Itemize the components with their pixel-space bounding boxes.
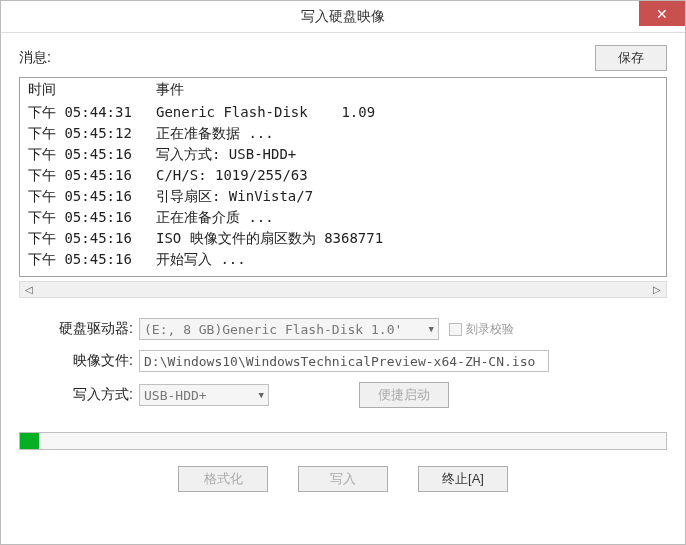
close-button[interactable]: ✕ (639, 1, 685, 26)
write-mode-combo[interactable]: USB-HDD+ ▼ (139, 384, 269, 406)
title-bar: 写入硬盘映像 ✕ (1, 1, 685, 33)
column-header-time: 时间 (28, 81, 156, 99)
log-header: 时间 事件 (20, 78, 666, 102)
format-button[interactable]: 格式化 (178, 466, 268, 492)
scroll-right-icon[interactable]: ▷ (650, 283, 664, 297)
log-event: 开始写入 ... (156, 249, 658, 270)
log-event: Generic Flash-Disk 1.09 (156, 102, 658, 123)
abort-button[interactable]: 终止[A] (418, 466, 508, 492)
log-event: 正在准备介质 ... (156, 207, 658, 228)
mode-label: 写入方式: (29, 386, 139, 404)
log-time: 下午 05:45:16 (28, 186, 156, 207)
log-row[interactable]: 下午 05:45:16写入方式: USB-HDD+ (28, 144, 658, 165)
chevron-down-icon: ▼ (429, 324, 434, 334)
form-area: 硬盘驱动器: (E:, 8 GB)Generic Flash-Disk 1.0'… (19, 318, 667, 418)
image-label: 映像文件: (29, 352, 139, 370)
log-rows: 下午 05:44:31Generic Flash-Disk 1.09下午 05:… (20, 102, 666, 270)
save-button-label: 保存 (618, 50, 644, 65)
close-icon: ✕ (656, 6, 668, 22)
horizontal-scrollbar[interactable]: ◁ ▷ (19, 281, 667, 298)
boot-menu-label: 便捷启动 (378, 387, 430, 402)
log-event: 引导扇区: WinVista/7 (156, 186, 658, 207)
content-area: 消息: 保存 时间 事件 下午 05:44:31Generic Flash-Di… (1, 33, 685, 544)
log-row[interactable]: 下午 05:45:16开始写入 ... (28, 249, 658, 270)
scroll-left-icon[interactable]: ◁ (22, 283, 36, 297)
log-event: C/H/S: 1019/255/63 (156, 165, 658, 186)
abort-button-label: 终止[A] (442, 471, 484, 486)
mode-row: 写入方式: USB-HDD+ ▼ 便捷启动 (29, 382, 657, 408)
log-time: 下午 05:45:16 (28, 165, 156, 186)
log-event: 正在准备数据 ... (156, 123, 658, 144)
write-button[interactable]: 写入 (298, 466, 388, 492)
log-time: 下午 05:45:12 (28, 123, 156, 144)
log-time: 下午 05:45:16 (28, 249, 156, 270)
format-button-label: 格式化 (204, 471, 243, 486)
log-event: ISO 映像文件的扇区数为 8368771 (156, 228, 658, 249)
progress-bar (19, 432, 667, 450)
write-mode-value: USB-HDD+ (144, 388, 207, 403)
log-row[interactable]: 下午 05:45:16ISO 映像文件的扇区数为 8368771 (28, 228, 658, 249)
verify-checkbox[interactable]: 刻录校验 (449, 321, 514, 338)
save-button[interactable]: 保存 (595, 45, 667, 71)
disk-drive-value: (E:, 8 GB)Generic Flash-Disk 1.0' (144, 322, 402, 337)
progress-fill (20, 433, 39, 449)
disk-label: 硬盘驱动器: (29, 320, 139, 338)
log-row[interactable]: 下午 05:45:12正在准备数据 ... (28, 123, 658, 144)
checkbox-box-icon (449, 323, 462, 336)
log-list[interactable]: 时间 事件 下午 05:44:31Generic Flash-Disk 1.09… (19, 77, 667, 277)
image-row: 映像文件: D:\Windows10\WindowsTechnicalPrevi… (29, 350, 657, 372)
log-event: 写入方式: USB-HDD+ (156, 144, 658, 165)
log-time: 下午 05:45:16 (28, 144, 156, 165)
log-time: 下午 05:45:16 (28, 207, 156, 228)
dialog-window: 写入硬盘映像 ✕ 消息: 保存 时间 事件 下午 05:44:31Generic… (0, 0, 686, 545)
verify-label: 刻录校验 (466, 321, 514, 338)
chevron-down-icon: ▼ (259, 390, 264, 400)
log-row[interactable]: 下午 05:44:31Generic Flash-Disk 1.09 (28, 102, 658, 123)
log-time: 下午 05:44:31 (28, 102, 156, 123)
log-row[interactable]: 下午 05:45:16正在准备介质 ... (28, 207, 658, 228)
image-file-value: D:\Windows10\WindowsTechnicalPreview-x64… (144, 354, 535, 369)
message-label: 消息: (19, 49, 595, 67)
image-file-field[interactable]: D:\Windows10\WindowsTechnicalPreview-x64… (139, 350, 549, 372)
log-row[interactable]: 下午 05:45:16引导扇区: WinVista/7 (28, 186, 658, 207)
log-row[interactable]: 下午 05:45:16C/H/S: 1019/255/63 (28, 165, 658, 186)
log-time: 下午 05:45:16 (28, 228, 156, 249)
column-header-event: 事件 (156, 81, 658, 99)
disk-drive-combo[interactable]: (E:, 8 GB)Generic Flash-Disk 1.0' ▼ (139, 318, 439, 340)
message-row: 消息: 保存 (19, 45, 667, 71)
button-bar: 格式化 写入 终止[A] (19, 466, 667, 510)
boot-menu-button[interactable]: 便捷启动 (359, 382, 449, 408)
window-title: 写入硬盘映像 (301, 8, 385, 26)
disk-row: 硬盘驱动器: (E:, 8 GB)Generic Flash-Disk 1.0'… (29, 318, 657, 340)
write-button-label: 写入 (330, 471, 356, 486)
